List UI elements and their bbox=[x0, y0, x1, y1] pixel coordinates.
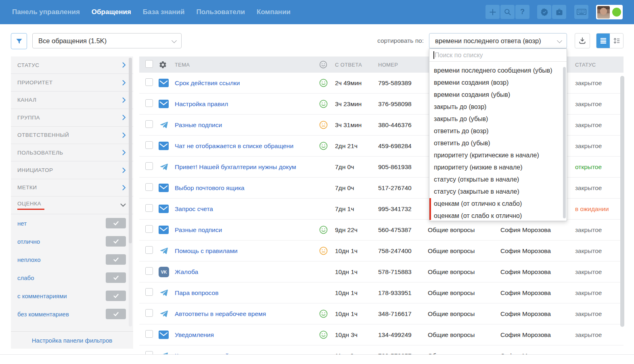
row-checkbox[interactable] bbox=[145, 267, 153, 275]
sort-order-view-button[interactable] bbox=[610, 33, 623, 48]
checkmark-icon bbox=[113, 276, 119, 280]
horizontal-scrollbar-area[interactable] bbox=[0, 354, 634, 364]
nav-item[interactable]: Панель управления bbox=[12, 8, 80, 16]
sort-option[interactable]: ответить до (убыв) bbox=[429, 137, 567, 149]
sort-option[interactable]: оценкам (от слабо к отлично) bbox=[429, 210, 567, 222]
sort-option[interactable]: времени последнего сообщения (возр) bbox=[429, 62, 567, 65]
sort-option[interactable]: приоритету (низкие в начале) bbox=[429, 161, 567, 174]
filter-section[interactable]: КАНАЛ bbox=[11, 92, 133, 109]
columns-settings-button[interactable] bbox=[159, 61, 175, 69]
ticket-number: 380-446376 bbox=[378, 121, 428, 129]
sort-option[interactable]: статусу (открытые в начале) bbox=[429, 174, 567, 186]
rating-option-toggle[interactable] bbox=[106, 272, 126, 283]
rating-option-label: с комментариями bbox=[17, 293, 67, 299]
row-checkbox[interactable] bbox=[145, 309, 153, 317]
ticket-topic-link[interactable]: Помощь с правилами bbox=[175, 247, 238, 254]
row-checkbox[interactable] bbox=[145, 78, 153, 86]
row-checkbox[interactable] bbox=[145, 351, 153, 354]
rating-option-toggle[interactable] bbox=[106, 236, 126, 247]
add-button[interactable] bbox=[485, 5, 500, 19]
rating-option-toggle[interactable] bbox=[106, 218, 126, 228]
sort-option[interactable]: статусу (закрытые в начале) bbox=[429, 186, 567, 198]
keyboard-button[interactable] bbox=[574, 5, 588, 19]
row-checkbox[interactable] bbox=[145, 120, 153, 128]
verified-badge-button[interactable] bbox=[537, 5, 551, 19]
column-header-rating[interactable] bbox=[319, 60, 335, 69]
briefcase-button[interactable] bbox=[552, 5, 566, 19]
filter-panel-button[interactable] bbox=[11, 33, 27, 49]
email-channel-icon bbox=[159, 100, 175, 108]
ticket-topic-link[interactable]: Уведомления bbox=[175, 331, 214, 338]
keyboard-icon bbox=[577, 9, 586, 15]
ticket-topic-link[interactable]: Жалоба bbox=[175, 268, 198, 275]
filter-section[interactable]: ПРИОРИТЕТ bbox=[11, 74, 133, 91]
row-checkbox[interactable] bbox=[145, 225, 153, 233]
user-menu[interactable] bbox=[596, 5, 623, 19]
nav-item[interactable]: Компании bbox=[257, 8, 291, 16]
filter-section-partial[interactable] bbox=[11, 323, 133, 329]
row-checkbox[interactable] bbox=[145, 204, 153, 212]
search-button[interactable] bbox=[500, 5, 515, 19]
nav-item[interactable]: База знаний bbox=[143, 8, 185, 16]
sort-option[interactable]: времени последнего сообщения (убыв) bbox=[429, 65, 567, 77]
column-header-status[interactable]: СТАТУС bbox=[575, 62, 624, 68]
chevron-right-icon bbox=[122, 150, 126, 155]
ticket-topic-link[interactable]: Настройка правил bbox=[175, 100, 228, 107]
ticket-topic-link[interactable]: Автоответы в нерабочее время bbox=[175, 310, 266, 317]
ticket-topic-link[interactable]: Привет! Нашей бухгалтерии нужны докум bbox=[175, 163, 296, 170]
filters-sidebar: СТАТУСПРИОРИТЕТКАНАЛГРУППАОТВЕТСТВЕННЫЙП… bbox=[11, 56, 133, 349]
ticket-topic-link[interactable]: Разные подписи bbox=[175, 226, 222, 233]
filter-section-label: ОТВЕТСТВЕННЫЙ bbox=[17, 132, 69, 138]
row-checkbox[interactable] bbox=[145, 288, 153, 296]
row-checkbox[interactable] bbox=[145, 141, 153, 149]
column-header-since-reply[interactable]: С ОТВЕТА bbox=[335, 62, 378, 68]
row-checkbox[interactable] bbox=[145, 162, 153, 170]
nav-item[interactable]: Обращения bbox=[92, 8, 131, 16]
verified-badge-icon bbox=[540, 8, 548, 16]
filter-section[interactable]: ПОЛЬЗОВАТЕЛЬ bbox=[11, 144, 133, 161]
rating-option-label: отлично bbox=[17, 238, 40, 245]
sort-select[interactable]: времени последнего ответа (возр) bbox=[429, 33, 567, 48]
ticket-topic-link[interactable]: Выбор почтового ящика bbox=[175, 184, 245, 191]
sort-option[interactable]: времени создания (возр) bbox=[429, 77, 567, 89]
sort-option[interactable]: закрыть до (возр) bbox=[429, 101, 567, 113]
select-all-checkbox[interactable] bbox=[145, 60, 153, 68]
rating-option-toggle[interactable] bbox=[106, 309, 126, 319]
column-header-topic[interactable]: ТЕМА bbox=[175, 62, 319, 68]
sort-option[interactable]: времени создания (убыв) bbox=[429, 89, 567, 101]
sort-dropdown-search-input[interactable] bbox=[429, 49, 567, 61]
dropdown-scrollbar-thumb[interactable] bbox=[563, 67, 566, 218]
ticket-topic-link[interactable]: Пара вопросов bbox=[175, 289, 218, 296]
ticket-topic-link[interactable]: Чат не отображается в списке обращени bbox=[175, 142, 293, 149]
filter-section[interactable]: СТАТУС bbox=[11, 56, 133, 74]
sidebar-scrollbar-thumb[interactable] bbox=[129, 58, 132, 243]
ticket-topic-link[interactable]: Срок действия ссылки bbox=[175, 79, 240, 86]
ticket-topic-link[interactable]: Запрос счета bbox=[175, 205, 213, 212]
sort-option[interactable]: оценкам (от отлично к слабо) bbox=[429, 198, 567, 210]
row-checkbox[interactable] bbox=[145, 183, 153, 191]
export-button[interactable] bbox=[575, 33, 590, 48]
sort-option[interactable]: закрыть до (убыв) bbox=[429, 113, 567, 125]
help-button[interactable]: ? bbox=[515, 5, 529, 19]
filter-section[interactable]: ИНИЦИАТОР bbox=[11, 161, 133, 179]
nav-item[interactable]: Пользователи bbox=[196, 8, 245, 16]
filter-section[interactable]: МЕТКИ bbox=[11, 179, 133, 197]
rating-option-toggle[interactable] bbox=[106, 254, 126, 265]
filter-panel-settings-link[interactable]: Настройка панели фильтров bbox=[32, 337, 113, 344]
ticket-filter-select[interactable]: Все обращения (1.5K) bbox=[32, 33, 182, 48]
column-header-number[interactable]: НОМЕР bbox=[378, 62, 428, 68]
ticket-topic-link[interactable]: Разные подписи bbox=[175, 121, 222, 128]
table-scrollbar-thumb[interactable] bbox=[620, 76, 624, 327]
sort-option[interactable]: ответить до (возр) bbox=[429, 125, 567, 137]
sort-option[interactable]: приоритету (критические в начале) bbox=[429, 149, 567, 161]
avatar bbox=[597, 6, 610, 19]
row-checkbox[interactable] bbox=[145, 330, 153, 338]
filter-section-rating[interactable]: ОЦЕНКА bbox=[11, 197, 133, 214]
row-checkbox[interactable] bbox=[145, 99, 153, 107]
filter-section[interactable]: ГРУППА bbox=[11, 109, 133, 126]
row-checkbox[interactable] bbox=[145, 246, 153, 254]
assignee-value: София Морозова bbox=[500, 226, 575, 234]
filter-section[interactable]: ОТВЕТСТВЕННЫЙ bbox=[11, 127, 133, 144]
list-view-button[interactable] bbox=[596, 33, 610, 48]
rating-option-toggle[interactable] bbox=[106, 291, 126, 301]
